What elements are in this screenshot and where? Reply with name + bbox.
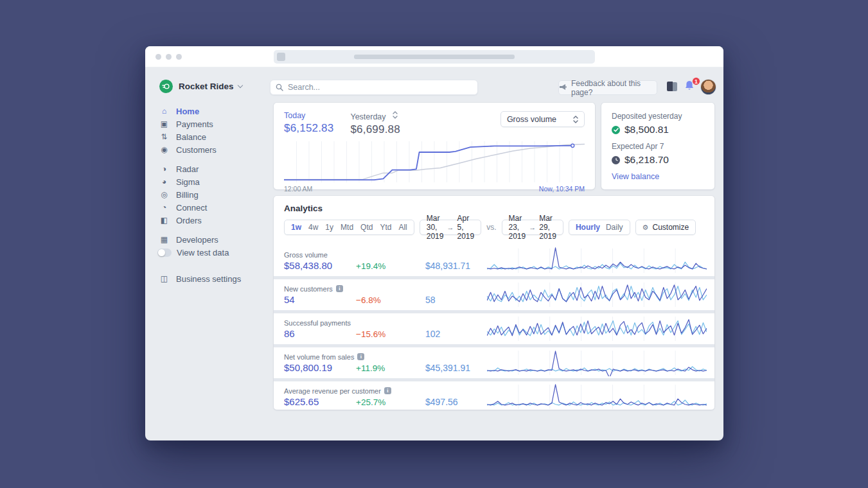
developers-icon: ▦ bbox=[159, 235, 169, 244]
connect-icon: ◔ bbox=[159, 203, 169, 212]
gross-volume-line-chart bbox=[284, 141, 585, 182]
yesterday-label: Yesterday bbox=[350, 112, 385, 121]
close-window-button[interactable] bbox=[155, 54, 161, 60]
metric-row-average-revenue[interactable]: Average revenue per customer i $625.65 +… bbox=[274, 381, 714, 410]
info-icon[interactable]: i bbox=[336, 285, 343, 292]
metric-change: −15.6% bbox=[356, 329, 425, 339]
payments-icon: ▣ bbox=[159, 119, 169, 128]
metric-row-successful-payments[interactable]: Successful payments 86 −15.6% 102 bbox=[274, 313, 714, 344]
megaphone-icon bbox=[559, 83, 567, 92]
customize-button[interactable]: ⚙ Customize bbox=[635, 220, 696, 235]
account-switcher[interactable]: Rocket Rides bbox=[159, 78, 271, 94]
expected-value: $6,218.70 bbox=[624, 154, 669, 166]
sidebar-item-customers[interactable]: ◉ Customers bbox=[159, 143, 271, 156]
docs-book-icon[interactable] bbox=[667, 82, 678, 91]
sidebar-item-radar[interactable]: ◑ Radar bbox=[159, 162, 271, 175]
period-end: Apr 5, 2019 bbox=[457, 214, 474, 241]
metric-previous-value: $48,931.71 bbox=[425, 261, 470, 271]
metric-current-value: 86 bbox=[284, 328, 356, 339]
metric-change: −6.8% bbox=[356, 295, 425, 305]
address-bar[interactable] bbox=[274, 50, 595, 64]
metric-label: Gross volume bbox=[284, 251, 328, 259]
sidebar-item-label: Orders bbox=[176, 216, 202, 225]
metric-label: Average revenue per customer bbox=[284, 387, 381, 395]
today-overview-card: Today $6,152.83 Yesterday $6,699.88 Gros… bbox=[274, 103, 595, 189]
vs-label: vs. bbox=[486, 223, 496, 232]
metric-select-dropdown[interactable]: Gross volume bbox=[500, 111, 585, 127]
metric-current-value: $625.65 bbox=[284, 396, 356, 407]
range-selector: 1w 4w 1y Mtd Qtd Ytd All bbox=[284, 220, 414, 235]
range-qtd[interactable]: Qtd bbox=[360, 223, 373, 232]
sidebar-item-connect[interactable]: ◔ Connect bbox=[159, 201, 271, 214]
sigma-icon: ◕ bbox=[159, 177, 169, 186]
zoom-window-button[interactable] bbox=[176, 54, 182, 60]
window-controls[interactable] bbox=[155, 54, 182, 60]
period-date-picker[interactable]: Mar 30, 2019 → Apr 5, 2019 bbox=[420, 220, 481, 235]
metric-previous-value: $497.56 bbox=[425, 397, 458, 407]
search-box[interactable] bbox=[270, 80, 478, 95]
range-1w[interactable]: 1w bbox=[291, 223, 301, 232]
sidebar-item-developers[interactable]: ▦ Developers bbox=[159, 233, 271, 246]
range-1y[interactable]: 1y bbox=[325, 223, 333, 232]
sidebar-item-business-settings[interactable]: ◫ Business settings bbox=[159, 272, 271, 285]
sidebar-primary-nav: ⌂ Home ▣ Payments ⇅ Balance ◉ Customers bbox=[159, 105, 271, 156]
metric-row-gross-volume[interactable]: Gross volume $58,438.80 +19.4% $48,931.7… bbox=[274, 245, 714, 276]
sidebar-dev-nav: ▦ Developers View test data bbox=[159, 233, 271, 259]
metric-row-new-customers[interactable]: New customers i 54 −6.8% 58 bbox=[274, 279, 714, 310]
range-4w[interactable]: 4w bbox=[308, 223, 318, 232]
deposited-yesterday-label: Deposited yesterday bbox=[612, 112, 704, 121]
metric-sparkline bbox=[487, 383, 707, 410]
metric-label: Successful payments bbox=[284, 319, 351, 327]
sidebar-item-sigma[interactable]: ◕ Sigma bbox=[159, 175, 271, 188]
minimize-window-button[interactable] bbox=[166, 54, 172, 60]
info-icon[interactable]: i bbox=[384, 387, 391, 394]
view-balance-link[interactable]: View balance bbox=[612, 172, 704, 181]
comparison-selector-icon[interactable] bbox=[393, 111, 398, 119]
notifications-bell[interactable]: 1 bbox=[684, 80, 697, 93]
compare-start: Mar 23, 2019 bbox=[509, 214, 526, 241]
granularity-daily[interactable]: Daily bbox=[606, 223, 623, 232]
granularity-hourly[interactable]: Hourly bbox=[576, 223, 600, 232]
account-name: Rocket Rides bbox=[179, 82, 234, 91]
metric-previous-value: 58 bbox=[425, 295, 436, 305]
search-input[interactable] bbox=[288, 83, 472, 92]
range-mtd[interactable]: Mtd bbox=[341, 223, 353, 232]
sidebar-item-label: Developers bbox=[176, 235, 218, 245]
info-icon[interactable]: i bbox=[357, 353, 364, 360]
metric-select-value: Gross volume bbox=[507, 115, 556, 124]
metric-row-net-volume[interactable]: Net volume from sales i $50,800.19 +11.9… bbox=[274, 347, 714, 378]
select-chevrons-icon bbox=[573, 116, 578, 123]
expected-label: Expected Apr 7 bbox=[612, 142, 704, 151]
customize-label: Customize bbox=[652, 223, 689, 232]
metric-sparkline bbox=[487, 315, 707, 342]
metric-label: New customers bbox=[284, 285, 333, 293]
range-all[interactable]: All bbox=[398, 223, 407, 232]
sidebar-item-label: Radar bbox=[176, 164, 199, 174]
browser-window: Rocket Rides ⌂ Home ▣ Payments ⇅ Balance… bbox=[145, 46, 723, 440]
toggle-switch-icon[interactable] bbox=[157, 248, 172, 257]
sidebar-item-balance[interactable]: ⇅ Balance bbox=[159, 130, 271, 143]
sidebar-item-home[interactable]: ⌂ Home bbox=[159, 105, 271, 118]
sidebar-item-billing[interactable]: ◎ Billing bbox=[159, 188, 271, 201]
metric-rows: Gross volume $58,438.80 +19.4% $48,931.7… bbox=[274, 245, 714, 410]
customers-icon: ◉ bbox=[159, 145, 169, 154]
period-start: Mar 30, 2019 bbox=[427, 214, 444, 241]
billing-icon: ◎ bbox=[159, 190, 169, 199]
user-avatar[interactable] bbox=[701, 80, 716, 94]
sidebar-item-orders[interactable]: ◧ Orders bbox=[159, 214, 271, 227]
sidebar-item-payments[interactable]: ▣ Payments bbox=[159, 118, 271, 130]
metric-label: Net volume from sales bbox=[284, 353, 354, 361]
compare-period-date-picker[interactable]: Mar 23, 2019 → Mar 29, 2019 bbox=[502, 220, 563, 235]
deposits-card: Deposited yesterday $8,500.81 Expected A… bbox=[601, 103, 714, 189]
metric-change: +19.4% bbox=[356, 261, 425, 271]
url-text-placeholder bbox=[354, 55, 515, 59]
range-ytd[interactable]: Ytd bbox=[380, 223, 391, 232]
metric-sparkline bbox=[487, 349, 707, 376]
yesterday-value: $6,699.88 bbox=[350, 123, 400, 136]
metric-sparkline bbox=[487, 247, 707, 274]
sidebar-item-label: Home bbox=[176, 107, 199, 116]
view-test-data-toggle[interactable]: View test data bbox=[159, 246, 271, 259]
today-label: Today bbox=[284, 111, 333, 120]
x-axis-now-label: Now, 10:34 PM bbox=[539, 185, 585, 193]
feedback-button[interactable]: Feedback about this page? bbox=[558, 80, 657, 95]
